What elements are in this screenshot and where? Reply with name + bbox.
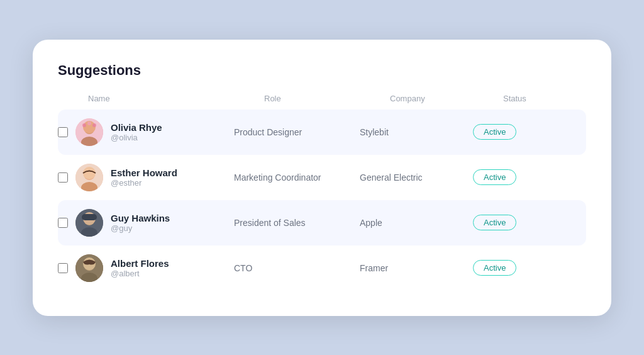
company-esther: General Electric: [360, 172, 473, 183]
row-checkbox-esther[interactable]: [58, 172, 68, 183]
role-esther: Marketing Coordinator: [234, 172, 360, 183]
row-checkbox-guy[interactable]: [58, 218, 68, 228]
table-row: Esther Howard @esther Marketing Coordina…: [58, 155, 586, 200]
status-cell-esther: Active: [473, 169, 548, 185]
status-cell-guy: Active: [473, 215, 548, 230]
header-company: Company: [390, 94, 503, 103]
name-olivia: Olivia Rhye: [111, 122, 162, 133]
status-cell-olivia: Active: [473, 124, 548, 140]
name-esther: Esther Howard: [111, 167, 177, 178]
name-info-esther: Esther Howard @esther: [111, 167, 177, 188]
company-olivia: Stylebit: [360, 127, 473, 137]
table-row: Olivia Rhye @olivia Product Designer Sty…: [58, 110, 586, 155]
svg-rect-15: [82, 214, 97, 220]
table-header: Name Role Company Status: [58, 94, 586, 110]
table-row: Guy Hawkins @guy President of Sales Appl…: [58, 200, 586, 245]
name-cell-olivia: Olivia Rhye @olivia: [58, 118, 234, 146]
suggestions-card: Suggestions Name Role Company Status: [33, 40, 611, 316]
name-info-olivia: Olivia Rhye @olivia: [111, 122, 162, 142]
name-info-albert: Albert Flores @albert: [111, 258, 169, 278]
name-cell-guy: Guy Hawkins @guy: [58, 209, 234, 237]
svg-point-10: [83, 167, 96, 179]
avatar-olivia: [75, 118, 103, 146]
avatar-esther: [75, 164, 103, 191]
header-name: Name: [88, 94, 264, 103]
handle-albert: @albert: [111, 269, 169, 278]
status-badge-albert: Active: [473, 260, 516, 276]
company-albert: Framer: [360, 263, 473, 273]
header-role: Role: [264, 94, 390, 103]
status-cell-albert: Active: [473, 260, 548, 276]
handle-guy: @guy: [111, 223, 170, 233]
avatar-albert: [75, 254, 103, 282]
name-guy: Guy Hawkins: [111, 213, 170, 223]
role-guy: President of Sales: [234, 218, 360, 228]
svg-point-4: [82, 123, 86, 127]
name-cell-esther: Esther Howard @esther: [58, 164, 234, 191]
svg-point-6: [92, 123, 96, 127]
handle-esther: @esther: [111, 178, 177, 188]
status-badge-guy: Active: [473, 215, 516, 230]
table-body: Olivia Rhye @olivia Product Designer Sty…: [58, 110, 586, 291]
name-albert: Albert Flores: [111, 258, 169, 269]
name-info-guy: Guy Hawkins @guy: [111, 213, 170, 233]
role-olivia: Product Designer: [234, 127, 360, 137]
page-title: Suggestions: [58, 62, 586, 79]
handle-olivia: @olivia: [111, 133, 162, 142]
row-checkbox-albert[interactable]: [58, 263, 68, 273]
avatar-guy: [75, 209, 103, 237]
svg-point-5: [87, 121, 91, 125]
table-row: Albert Flores @albert CTO Framer Active: [58, 245, 586, 291]
header-status: Status: [503, 94, 579, 103]
company-guy: Apple: [360, 218, 473, 228]
row-checkbox-olivia[interactable]: [58, 127, 68, 137]
name-cell-albert: Albert Flores @albert: [58, 254, 234, 282]
status-badge-esther: Active: [473, 169, 516, 185]
status-badge-olivia: Active: [473, 124, 516, 140]
role-albert: CTO: [234, 263, 360, 273]
